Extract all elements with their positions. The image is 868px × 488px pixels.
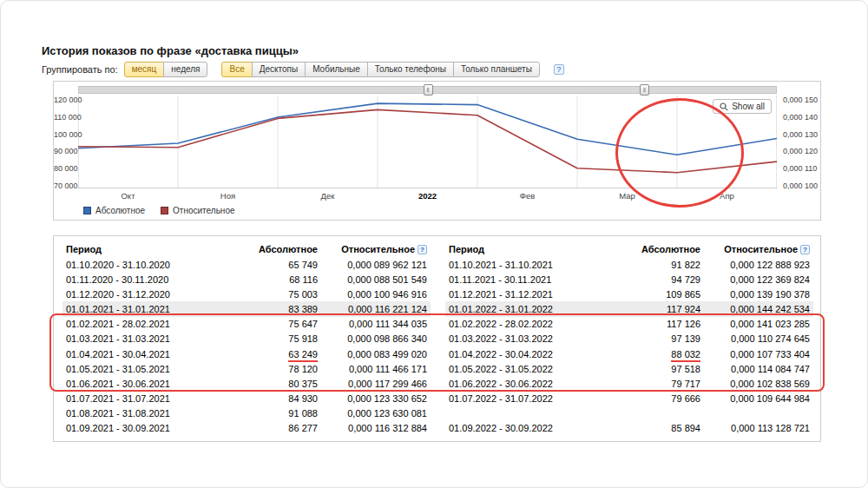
cell-absolute: 94 729	[610, 272, 704, 287]
x-axis-label: Мар	[593, 191, 662, 201]
cell-absolute: 75 918	[227, 332, 321, 346]
cell-period: 01.05.2022 - 31.05.2022	[445, 361, 610, 376]
page-title: История показов по фразе «доставка пиццы…	[42, 44, 299, 57]
cell-period: 01.09.2022 - 30.09.2022	[445, 421, 610, 436]
y-axis-label: 0,000 100	[783, 181, 818, 190]
cell-relative: 0,000 123 630 081	[321, 406, 431, 421]
y-axis-label: 80 000	[54, 164, 75, 173]
range-slider-handle[interactable]: ‖	[640, 84, 649, 96]
cell-absolute: 97 518	[610, 361, 704, 376]
table-row: 01.10.2020 - 31.10.202065 7490,000 089 9…	[62, 257, 431, 272]
period-option-week[interactable]: неделя	[163, 62, 207, 77]
device-option-mobile[interactable]: Мобильные	[305, 62, 368, 77]
cell-absolute: 86 277	[227, 421, 321, 436]
y-axis-label: 0,000 130	[783, 130, 818, 139]
col-header-relative-label: Относительное	[724, 244, 798, 254]
cell-relative	[704, 406, 813, 421]
table-row: 01.07.2021 - 31.07.202184 9300,000 123 3…	[62, 391, 431, 406]
cell-period: 01.05.2021 - 31.05.2021	[62, 361, 227, 376]
cell-relative: 0,000 111 466 171	[321, 361, 431, 376]
cell-relative: 0,000 122 888 923	[704, 257, 813, 272]
help-icon[interactable]: ?	[418, 245, 427, 254]
table-row: 01.06.2022 - 30.06.202279 7170,000 102 8…	[445, 376, 813, 391]
cell-absolute: 75 647	[227, 317, 321, 332]
device-option-phones[interactable]: Только телефоны	[367, 62, 454, 77]
x-axis-label: Апр	[693, 191, 762, 201]
cell-relative: 0,000 089 962 121	[321, 257, 431, 272]
range-slider-handle[interactable]: ‖	[424, 84, 433, 96]
grouping-controls: Группировать по: месяцнеделя ВсеДесктопы…	[42, 62, 564, 77]
cell-relative: 0,000 116 312 884	[321, 421, 431, 436]
cell-relative: 0,000 141 023 285	[704, 317, 813, 332]
cell-absolute: 97 139	[610, 332, 704, 346]
table-row: 01.03.2022 - 31.03.202297 1390,000 110 2…	[445, 332, 813, 346]
cell-absolute: 65 749	[227, 257, 321, 272]
table-row: 01.09.2021 - 30.09.202186 2770,000 116 3…	[62, 421, 431, 436]
y-axis-label: 0,000 150	[783, 96, 818, 104]
cell-period: 01.10.2021 - 31.10.2021	[445, 257, 610, 272]
x-axis-label: 2022	[393, 191, 463, 201]
table-row: 01.11.2021 - 30.11.202194 7290,000 122 3…	[445, 272, 813, 287]
table-row: 01.05.2021 - 31.05.202178 1200,000 111 4…	[62, 361, 431, 376]
cell-relative: 0,000 102 838 569	[704, 376, 813, 391]
cell-period: 01.01.2021 - 31.01.2021	[62, 301, 227, 316]
cell-absolute: 75 003	[227, 287, 321, 301]
col-header-absolute: Абсолютное	[610, 241, 704, 257]
cell-period: 01.04.2022 - 30.04.2022	[445, 346, 610, 361]
cell-period: 01.07.2021 - 31.07.2021	[62, 391, 227, 406]
cell-relative: 0,000 123 330 652	[321, 391, 431, 406]
cell-relative: 0,000 109 644 984	[704, 391, 813, 406]
table-row: 01.09.2022 - 30.09.202285 8940,000 113 1…	[445, 421, 813, 436]
cell-period: 01.11.2020 - 30.11.2020	[62, 272, 227, 287]
line-chart	[78, 96, 777, 188]
y-axis-label: 0,000 110	[783, 164, 817, 173]
table-row: 01.07.2022 - 31.07.202279 6660,000 109 6…	[445, 391, 813, 406]
cell-period: 01.12.2021 - 31.12.2021	[445, 287, 610, 301]
cell-period: 01.09.2021 - 30.09.2021	[62, 421, 227, 436]
col-header-relative-label: Относительное	[341, 244, 415, 254]
chart-panel: Show all АбсолютноеОтносительное 120 000…	[53, 81, 821, 221]
y-axis-label: 100 000	[54, 130, 75, 139]
chart-legend: АбсолютноеОтносительное	[83, 206, 235, 215]
cell-relative: 0,000 111 344 035	[321, 317, 431, 332]
y-axis-label: 70 000	[54, 181, 75, 190]
cell-relative: 0,000 116 221 124	[321, 301, 431, 316]
cell-absolute: 79 717	[610, 376, 704, 391]
table-row: 01.05.2022 - 31.05.202297 5180,000 114 0…	[445, 361, 813, 376]
cell-relative: 0,000 139 190 378	[704, 287, 813, 301]
cell-absolute: 91 088	[227, 406, 321, 421]
col-header-absolute: Абсолютное	[227, 241, 321, 257]
help-icon[interactable]: ?	[800, 245, 810, 254]
cell-relative: 0,000 107 733 404	[704, 346, 813, 361]
cell-period: 01.11.2021 - 30.11.2021	[445, 272, 610, 287]
history-table-left: Период Абсолютное Относительное? 01.10.2…	[62, 241, 431, 436]
cell-absolute: 79 666	[610, 391, 704, 406]
col-header-relative: Относительное?	[321, 241, 431, 257]
cell-relative: 0,000 114 084 747	[704, 361, 813, 376]
table-row: 01.12.2020 - 31.12.202075 0030,000 100 9…	[62, 287, 431, 301]
device-option-desktop[interactable]: Десктопы	[252, 62, 306, 77]
cell-relative: 0,000 110 274 645	[704, 332, 813, 346]
group-by-label: Группировать по:	[42, 64, 118, 75]
show-all-button[interactable]: Show all	[713, 99, 772, 114]
cell-absolute: 109 865	[610, 287, 704, 301]
table-row	[445, 406, 813, 421]
cell-period: 01.06.2022 - 30.06.2022	[445, 376, 610, 391]
table-header-row: Период Абсолютное Относительное?	[445, 241, 813, 257]
col-header-relative: Относительное?	[704, 241, 813, 257]
help-icon[interactable]: ?	[554, 64, 564, 75]
device-option-all[interactable]: Все	[221, 62, 252, 77]
col-header-period: Период	[445, 241, 610, 257]
device-option-tablets[interactable]: Только планшеты	[453, 62, 540, 77]
x-axis-label: Дек	[293, 191, 363, 201]
period-option-month[interactable]: месяц	[124, 62, 165, 77]
cell-absolute: 117 924	[610, 301, 704, 316]
table-row: 01.06.2021 - 30.06.202180 3750,000 117 2…	[62, 376, 431, 391]
table-row: 01.04.2022 - 30.04.202288 0320,000 107 7…	[445, 346, 813, 361]
cell-absolute	[610, 406, 704, 421]
legend-swatch	[161, 207, 168, 214]
underlined-value: 63 249	[288, 349, 318, 362]
y-axis-label: 0,000 120	[783, 147, 818, 155]
cell-period: 01.02.2021 - 28.02.2021	[62, 317, 227, 332]
cell-period: 01.06.2021 - 30.06.2021	[62, 376, 227, 391]
